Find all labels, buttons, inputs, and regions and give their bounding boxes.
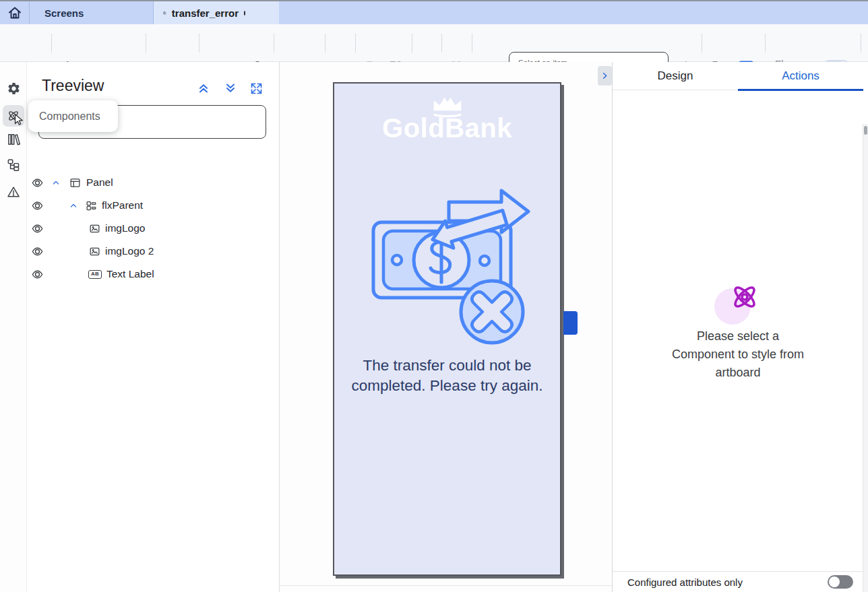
tree-item-text-label[interactable]: AB Text Label: [27, 263, 279, 286]
treeview-title: Treeview: [42, 77, 104, 95]
configured-attributes-toggle[interactable]: [828, 575, 853, 589]
inspector-scrollbar[interactable]: [863, 124, 868, 592]
toolbar-divider: [861, 34, 861, 53]
toolbar-divider: [199, 34, 199, 53]
tab-screens[interactable]: Screens: [30, 1, 154, 24]
tree-item-panel[interactable]: Panel: [27, 171, 279, 194]
tab-transfer-error-label: transfer_error: [172, 7, 239, 19]
home-button[interactable]: [0, 1, 30, 24]
chevron-right-icon: [600, 71, 610, 81]
image-widget-icon: [88, 222, 101, 235]
warnings-icon: [6, 185, 21, 199]
tree-item-label: imgLogo 2: [105, 245, 154, 257]
phone-artboard[interactable]: GoldBank The transfer could not be compl…: [333, 82, 561, 576]
project-tree-icon: [6, 158, 21, 172]
empty-state-text-line: Please select a: [613, 327, 863, 346]
canvas-bottom-divider: [280, 585, 612, 586]
visibility-toggle[interactable]: [30, 244, 44, 259]
app-window: Screens transfer_error Quick run: [0, 0, 868, 592]
canvas[interactable]: GoldBank The transfer could not be compl…: [280, 62, 612, 592]
inspector-empty-state: Please select a Component to style from …: [613, 271, 863, 382]
tab-design[interactable]: Design: [613, 62, 738, 90]
visibility-toggle[interactable]: [30, 175, 44, 190]
tree-item-imglogo[interactable]: imgLogo: [27, 217, 279, 240]
collapse-chevron-icon[interactable]: [51, 178, 61, 187]
visibility-toggle[interactable]: [30, 221, 44, 236]
empty-state-text-line: Component to style from: [613, 346, 863, 364]
tab-actions[interactable]: Actions: [738, 62, 863, 90]
image-widget-icon: [88, 245, 101, 258]
tree-item-label: imgLogo: [105, 222, 145, 234]
empty-state-illustration: [712, 271, 764, 323]
toolbar-divider: [51, 34, 52, 53]
tab-transfer-error[interactable]: transfer_error: [154, 1, 279, 24]
goldbank-logo-text[interactable]: GoldBank: [334, 113, 560, 143]
eye-icon: [30, 199, 44, 213]
flex-widget-icon: [85, 199, 98, 212]
tree-item-imglogo-2[interactable]: imgLogo 2: [27, 240, 279, 263]
inspector-footer: Configured attributes only: [613, 571, 863, 592]
eye-icon: [30, 176, 44, 190]
component-atom-icon: [728, 280, 762, 314]
panel-expander-button[interactable]: [598, 66, 612, 86]
empty-state-text-line: artboard: [613, 364, 863, 382]
collapse-chevron-icon[interactable]: [69, 201, 78, 210]
library-icon: [6, 132, 21, 147]
active-tab-underline: [738, 89, 863, 91]
configured-attributes-label: Configured attributes only: [627, 577, 743, 588]
artboard-handle[interactable]: [563, 311, 578, 335]
visibility-toggle[interactable]: [30, 198, 44, 213]
screen-tab-icon: [163, 7, 166, 19]
collapse-all-button[interactable]: [195, 80, 212, 96]
eye-icon: [30, 222, 44, 236]
tree-item-label: Text Label: [106, 268, 154, 280]
toolbar-divider: [355, 34, 356, 53]
tree-item-flxparent[interactable]: flxParent: [27, 194, 279, 217]
widget-tree: Panel flxParent imgLogo imgLogo 2 AB: [27, 171, 279, 286]
configured-attributes-toggle-knob: [829, 577, 840, 587]
unsaved-changes-dot: [244, 11, 245, 15]
mouse-cursor-icon: [14, 114, 23, 125]
main-toolbar: Quick run: [0, 24, 868, 62]
rail-components-button[interactable]: [3, 105, 24, 127]
window-tab-bar: Screens transfer_error: [0, 0, 868, 24]
toolbar-divider: [412, 34, 412, 53]
maximize-treeview-button[interactable]: [248, 80, 264, 96]
eye-icon: [30, 244, 44, 259]
transfer-error-illustration[interactable]: [369, 189, 531, 350]
error-message-label[interactable]: The transfer could not be completed. Ple…: [351, 356, 543, 396]
scrollbar-thumb[interactable]: [864, 126, 867, 135]
rail-settings-button[interactable]: [3, 77, 24, 99]
toolbar-divider: [765, 34, 766, 53]
toolbar-divider: [702, 34, 702, 53]
rail-warnings-button[interactable]: [3, 181, 24, 203]
panel-widget-icon: [69, 176, 82, 189]
expand-all-button[interactable]: [222, 80, 239, 96]
eye-icon: [30, 267, 44, 282]
toolbar-divider: [274, 34, 274, 53]
toolbar-divider: [146, 34, 146, 53]
rail-project-tree-button[interactable]: [3, 154, 24, 176]
inspector-tabs: Design Actions: [613, 62, 863, 90]
left-icon-rail: [0, 62, 27, 592]
expand-all-icon: [223, 81, 238, 96]
tree-item-label: Panel: [86, 176, 113, 189]
tab-bar-filler: [279, 1, 868, 24]
rail-library-button[interactable]: [3, 129, 24, 150]
visibility-toggle[interactable]: [30, 267, 44, 282]
label-widget-icon: AB: [88, 270, 102, 279]
tab-screens-label: Screens: [44, 7, 84, 19]
home-icon: [7, 5, 23, 21]
maximize-icon: [249, 81, 264, 96]
toolbar-divider: [472, 34, 472, 53]
tree-item-label: flxParent: [102, 199, 143, 211]
settings-gear-icon: [7, 81, 21, 96]
inspector-panel: Design Actions Please select a Component…: [612, 62, 868, 592]
components-tooltip: Components: [28, 100, 118, 132]
toolbar-divider: [441, 34, 442, 53]
collapse-all-icon: [196, 81, 211, 96]
treeview-panel: Treeview Panel flxParent: [27, 62, 280, 592]
toolbar-divider: [325, 34, 326, 53]
